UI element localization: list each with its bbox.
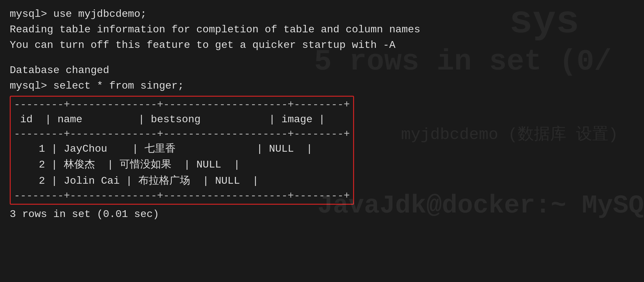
- bg-text-myjdbcdemo: myjdbcdemo (数据库 设置): [401, 123, 618, 145]
- terminal-line-1: mysql> use myjdbcdemo;: [10, 6, 634, 22]
- table-separator-bot: --------+--------------+----------------…: [11, 189, 353, 203]
- table-separator-mid: --------+--------------+----------------…: [11, 127, 353, 141]
- query-result-table: --------+--------------+----------------…: [10, 96, 354, 205]
- terminal-window: sys 5 rows in set (0/ myjdbcdemo (数据库 设置…: [0, 0, 644, 282]
- table-row-2: 2 | 林俊杰 | 可惜没如果 | NULL |: [11, 157, 353, 173]
- terminal-line-6: mysql> select * from singer;: [10, 78, 634, 94]
- table-header: id | name | bestsong | image |: [11, 112, 353, 128]
- terminal-line-5: Database changed: [10, 63, 634, 78]
- table-separator-top: --------+--------------+----------------…: [11, 98, 353, 112]
- terminal-line-2: Reading table information for completion…: [10, 22, 634, 38]
- terminal-footer: 3 rows in set (0.01 sec): [10, 207, 634, 222]
- table-row-1: 1 | JayChou | 七里香 | NULL |: [11, 141, 353, 157]
- table-row-3: 2 | Jolin Cai | 布拉格广场 | NULL |: [11, 173, 353, 189]
- terminal-line-3: You can turn off this feature to get a q…: [10, 38, 634, 53]
